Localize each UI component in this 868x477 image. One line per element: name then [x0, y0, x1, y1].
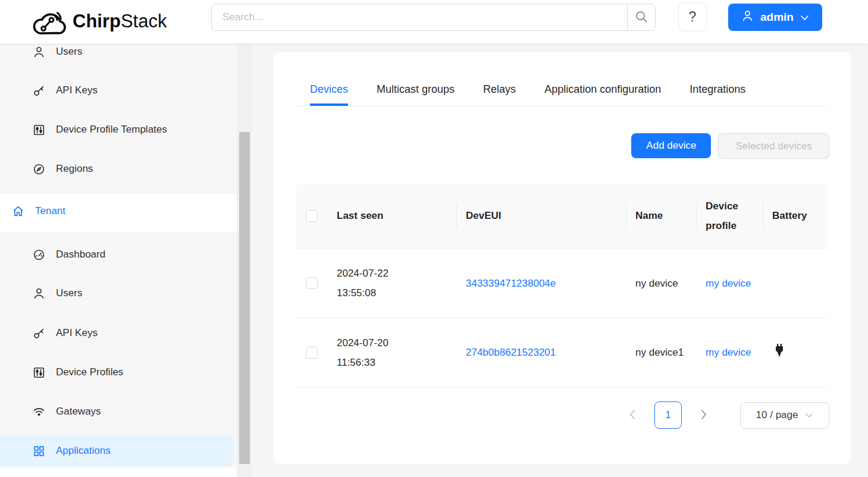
sidebar-item-label: Gateways	[56, 406, 101, 418]
sidebar-item-tenant[interactable]: Tenant	[0, 196, 237, 227]
pagination: 1 10 / page	[619, 401, 829, 429]
sidebar-item-regions[interactable]: Regions	[0, 153, 237, 184]
dashboard-gauge-icon	[33, 249, 45, 261]
sidebar-item-label: Applications	[56, 445, 111, 457]
sidebar-item-tenant-api-keys[interactable]: API Keys	[0, 318, 237, 349]
control-sliders-icon	[33, 366, 45, 379]
search-icon	[635, 10, 648, 25]
table-row: 2024-07-2213:55:08 343339471238004e ny d…	[296, 249, 828, 318]
sidebar-item-dashboard[interactable]: Dashboard	[0, 239, 237, 270]
deveui-link[interactable]: 274b0b8621523201	[466, 343, 556, 362]
help-button[interactable]: ?	[678, 2, 707, 31]
user-icon	[33, 46, 45, 58]
sidebar-item-applications[interactable]: Applications	[0, 435, 237, 466]
last-seen-cell: 2024-07-2011:56:33	[327, 318, 456, 387]
chirpstack-cloud-logo	[29, 4, 67, 39]
sidebar-item-device-profiles[interactable]: Device Profiles	[0, 357, 237, 388]
sidebar-item-label: Device Profile Templates	[56, 124, 167, 136]
column-name: Name	[626, 183, 696, 248]
column-last-seen: Last seen	[327, 183, 456, 248]
application-card: Devices Multicast groups Relays Applicat…	[274, 52, 851, 464]
device-profile-link[interactable]: my device	[706, 343, 751, 362]
device-toolbar: Add device Selected devices	[631, 133, 829, 159]
compass-icon	[33, 163, 45, 175]
sidebar-nav: Users API Keys Device Profile Templa	[0, 44, 237, 477]
battery-cell	[763, 249, 828, 318]
sidebar-item-label: API Keys	[56, 84, 98, 96]
row-checkbox[interactable]	[306, 277, 318, 289]
selected-devices-button[interactable]: Selected devices	[718, 133, 829, 159]
sidebar-item-label: Tenant	[35, 205, 65, 217]
sidebar-item-gateways[interactable]: Gateways	[0, 396, 237, 427]
table-header-row: Last seen DevEUI Name Device profile Bat…	[296, 183, 828, 249]
chevron-down-icon	[800, 11, 809, 24]
chevron-down-icon	[805, 409, 813, 421]
sidebar-scrollbar-thumb[interactable]	[239, 132, 250, 464]
user-icon	[33, 287, 45, 300]
table-row: 2024-07-2011:56:33 274b0b8621523201 ny d…	[296, 318, 828, 387]
control-sliders-icon	[33, 124, 45, 136]
power-plug-icon	[772, 341, 786, 363]
deveui-link[interactable]: 343339471238004e	[466, 274, 556, 293]
row-checkbox[interactable]	[306, 347, 318, 359]
home-icon	[12, 205, 24, 218]
search-input[interactable]	[212, 4, 627, 30]
search-button[interactable]	[627, 4, 655, 30]
top-header: ChirpStack ? admin	[0, 0, 868, 44]
user-menu-button[interactable]: admin	[728, 4, 822, 31]
sidebar-item-label: Device Profiles	[56, 366, 123, 378]
global-search	[211, 4, 656, 31]
sidebar-scrollbar-track[interactable]	[237, 44, 252, 477]
sidebar-item-label: Dashboard	[56, 249, 105, 261]
tab-application-configuration[interactable]: Application configuration	[544, 76, 661, 106]
chevron-left-icon	[629, 409, 636, 422]
appstore-grid-icon	[33, 445, 45, 457]
devices-table: Last seen DevEUI Name Device profile Bat…	[296, 183, 828, 387]
column-deveui: DevEUI	[456, 183, 626, 248]
sidebar-item-device-profile-templates[interactable]: Device Profile Templates	[0, 114, 237, 145]
column-battery: Battery	[763, 183, 828, 248]
tab-relays[interactable]: Relays	[483, 76, 516, 106]
page-size-select[interactable]: 10 / page	[740, 402, 829, 429]
chevron-right-icon	[700, 409, 707, 422]
sidebar-item-label: API Keys	[56, 327, 98, 339]
key-icon	[33, 327, 45, 340]
battery-cell	[763, 318, 828, 387]
device-name-cell: ny device1	[626, 318, 696, 387]
tab-integrations[interactable]: Integrations	[690, 76, 745, 106]
sidebar-item-tenant-users[interactable]: Users	[0, 278, 237, 309]
page-1-button[interactable]: 1	[654, 401, 682, 429]
user-icon	[741, 10, 754, 25]
sidebar-item-label: Users	[56, 46, 82, 58]
chirpstack-logo[interactable]: ChirpStack	[29, 4, 167, 39]
brand-name: ChirpStack	[73, 11, 167, 32]
application-tabbar: Devices Multicast groups Relays Applicat…	[296, 76, 828, 106]
user-menu-label: admin	[760, 11, 794, 24]
previous-page-button[interactable]	[619, 401, 646, 429]
key-icon	[33, 84, 45, 97]
sidebar-item-label: Users	[56, 287, 82, 299]
select-all-checkbox[interactable]	[306, 210, 318, 222]
sidebar-item-users[interactable]: Users	[0, 44, 237, 67]
tab-multicast-groups[interactable]: Multicast groups	[377, 76, 455, 106]
sidebar-item-label: Regions	[56, 163, 93, 175]
tab-devices[interactable]: Devices	[310, 76, 348, 106]
wifi-icon	[33, 406, 45, 418]
chirpstack-app: ChirpStack ? admin	[0, 0, 868, 477]
last-seen-cell: 2024-07-2213:55:08	[327, 249, 456, 318]
sidebar-item-api-keys[interactable]: API Keys	[0, 75, 237, 106]
device-name-cell: ny device	[626, 249, 696, 318]
next-page-button[interactable]	[690, 401, 717, 429]
device-profile-link[interactable]: my device	[706, 274, 751, 293]
column-device-profile: Device profile	[696, 183, 763, 248]
add-device-button[interactable]: Add device	[631, 133, 711, 158]
page-size-value: 10 / page	[756, 409, 798, 421]
